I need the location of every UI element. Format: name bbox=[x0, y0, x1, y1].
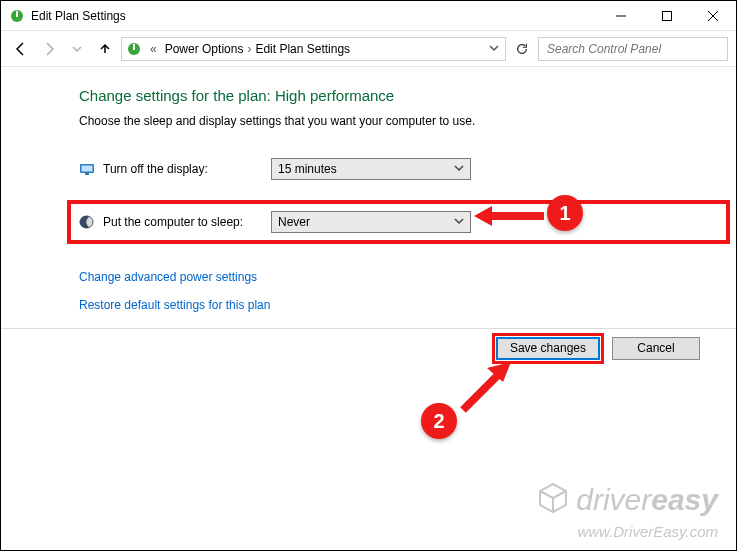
restore-defaults-link[interactable]: Restore default settings for this plan bbox=[79, 298, 718, 312]
display-timeout-select[interactable]: 15 minutes bbox=[271, 158, 471, 180]
setting-row-display: Turn off the display: 15 minutes bbox=[79, 156, 718, 182]
page-title: Change settings for the plan: High perfo… bbox=[79, 87, 718, 104]
watermark-cube-icon bbox=[536, 481, 570, 523]
search-input[interactable] bbox=[545, 41, 721, 57]
svg-rect-7 bbox=[85, 173, 89, 175]
footer-buttons: Save changes Cancel bbox=[1, 329, 736, 367]
address-bar[interactable]: « Power Options › Edit Plan Settings bbox=[121, 37, 506, 61]
watermark-url: www.DriverEasy.com bbox=[536, 523, 718, 540]
save-button[interactable]: Save changes bbox=[496, 337, 600, 360]
breadcrumb-item[interactable]: Power Options bbox=[165, 42, 244, 56]
chevron-down-icon bbox=[454, 215, 464, 229]
chevron-left-icon: « bbox=[148, 42, 159, 56]
search-box[interactable] bbox=[538, 37, 728, 61]
svg-rect-1 bbox=[16, 11, 18, 17]
app-icon bbox=[9, 8, 25, 24]
breadcrumb-item[interactable]: Edit Plan Settings bbox=[255, 42, 350, 56]
annotation-arrow-2 bbox=[455, 358, 515, 418]
nav-bar: « Power Options › Edit Plan Settings bbox=[1, 31, 736, 67]
recent-locations-button[interactable] bbox=[65, 37, 89, 61]
chevron-down-icon bbox=[454, 162, 464, 176]
annotation-number-2: 2 bbox=[421, 403, 457, 439]
watermark-brand-b: easy bbox=[651, 483, 718, 516]
advanced-settings-link[interactable]: Change advanced power settings bbox=[79, 270, 718, 284]
up-button[interactable] bbox=[93, 37, 117, 61]
breadcrumb: Power Options › Edit Plan Settings bbox=[165, 42, 481, 56]
select-value: 15 minutes bbox=[278, 162, 337, 176]
page-subtitle: Choose the sleep and display settings th… bbox=[79, 114, 718, 128]
back-button[interactable] bbox=[9, 37, 33, 61]
forward-button[interactable] bbox=[37, 37, 61, 61]
svg-rect-6 bbox=[82, 166, 93, 172]
svg-rect-2 bbox=[663, 11, 672, 20]
display-icon bbox=[79, 161, 95, 177]
maximize-button[interactable] bbox=[644, 1, 690, 31]
sleep-timeout-select[interactable]: Never bbox=[271, 211, 471, 233]
window-title: Edit Plan Settings bbox=[31, 9, 598, 23]
svg-rect-4 bbox=[133, 44, 135, 50]
location-icon bbox=[126, 41, 142, 57]
refresh-button[interactable] bbox=[510, 37, 534, 61]
select-value: Never bbox=[278, 215, 310, 229]
display-label: Turn off the display: bbox=[103, 162, 263, 176]
close-button[interactable] bbox=[690, 1, 736, 31]
cancel-button[interactable]: Cancel bbox=[612, 337, 700, 360]
content-area: Change settings for the plan: High perfo… bbox=[1, 67, 736, 327]
sleep-icon bbox=[79, 214, 95, 230]
sleep-label: Put the computer to sleep: bbox=[103, 215, 263, 229]
window-titlebar: Edit Plan Settings bbox=[1, 1, 736, 31]
chevron-down-icon[interactable] bbox=[487, 42, 501, 56]
svg-line-11 bbox=[463, 374, 499, 410]
minimize-button[interactable] bbox=[598, 1, 644, 31]
watermark-brand-a: driver bbox=[576, 483, 651, 516]
watermark: drivereasy www.DriverEasy.com bbox=[536, 481, 718, 540]
highlight-sleep-row: Put the computer to sleep: Never bbox=[67, 200, 730, 244]
links-group: Change advanced power settings Restore d… bbox=[79, 270, 718, 312]
chevron-right-icon: › bbox=[247, 42, 251, 56]
